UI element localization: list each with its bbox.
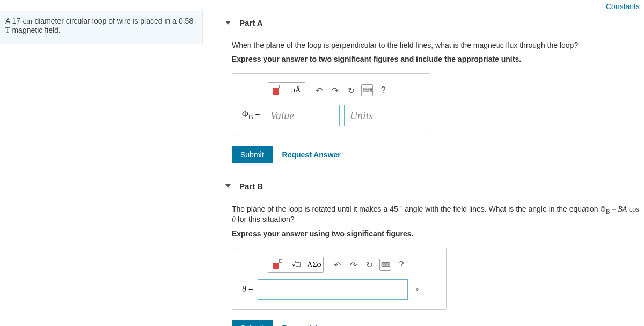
greek-button[interactable]: ΑΣφ bbox=[305, 257, 323, 272]
units-input[interactable]: Units bbox=[344, 105, 419, 126]
part-b-header[interactable]: Part B bbox=[222, 178, 644, 194]
part-a-answer-card: μÅ ↶ ↷ ↻ ⌨ ? ΦB = Value Units bbox=[232, 73, 430, 136]
template-button[interactable] bbox=[268, 257, 287, 272]
template-icon bbox=[273, 260, 282, 269]
request-answer-link[interactable]: Request Answer bbox=[282, 150, 341, 159]
keyboard-icon[interactable]: ⌨ bbox=[361, 84, 373, 96]
format-toolbar: √□ ΑΣφ bbox=[268, 257, 324, 273]
units-button[interactable]: μÅ bbox=[287, 83, 305, 98]
keyboard-icon[interactable]: ⌨ bbox=[379, 259, 391, 271]
part-a-question: When the plane of the loop is perpendicu… bbox=[232, 41, 640, 49]
help-icon[interactable]: ? bbox=[377, 84, 389, 96]
part-a-title: Part A bbox=[239, 18, 263, 27]
part-a-header[interactable]: Part A bbox=[222, 15, 644, 31]
part-b-instruction: Express your answer using two significan… bbox=[232, 229, 644, 238]
format-toolbar: μÅ bbox=[268, 82, 305, 98]
sqrt-button[interactable]: √□ bbox=[287, 257, 305, 272]
submit-button[interactable]: Submit bbox=[232, 320, 273, 326]
part-b-question: The plane of the loop is rotated until i… bbox=[232, 204, 640, 224]
part-b-answer-card: √□ ΑΣφ ↶ ↷ ↻ ⌨ ? θ = bbox=[232, 248, 447, 310]
request-answer-link[interactable]: Request Answer bbox=[282, 324, 341, 326]
part-b-title: Part B bbox=[239, 182, 263, 191]
submit-button[interactable]: Submit bbox=[232, 146, 273, 163]
theta-input[interactable] bbox=[258, 279, 408, 300]
phi-label: ΦB = bbox=[242, 110, 260, 121]
template-button[interactable] bbox=[268, 83, 287, 98]
reset-icon[interactable]: ↻ bbox=[345, 84, 357, 96]
chevron-down-icon bbox=[225, 21, 231, 25]
redo-icon[interactable]: ↷ bbox=[347, 259, 359, 271]
undo-icon[interactable]: ↶ bbox=[331, 259, 343, 271]
chevron-down-icon bbox=[225, 184, 231, 188]
value-input[interactable]: Value bbox=[265, 105, 340, 126]
undo-icon[interactable]: ↶ bbox=[313, 84, 325, 96]
degree-unit: ∘ bbox=[415, 286, 420, 294]
help-icon[interactable]: ? bbox=[396, 259, 407, 271]
part-a-instruction: Express your answer to two significant f… bbox=[232, 55, 644, 63]
redo-icon[interactable]: ↷ bbox=[329, 84, 341, 96]
constants-link[interactable]: Constants bbox=[606, 2, 640, 11]
reset-icon[interactable]: ↻ bbox=[363, 259, 375, 271]
theta-label: θ = bbox=[242, 285, 253, 294]
problem-statement: A 17-cm-diameter circular loop of wire i… bbox=[0, 11, 203, 44]
template-icon bbox=[273, 86, 282, 95]
